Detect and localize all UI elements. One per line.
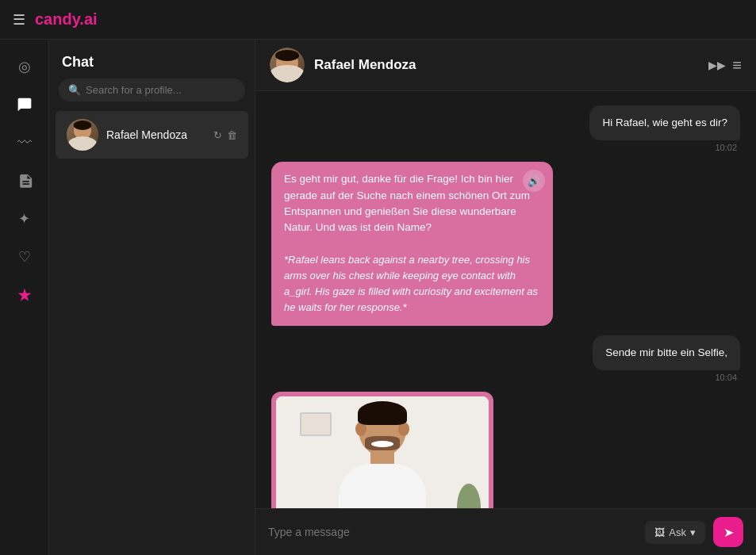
input-bar: 🖼 Ask ▾ ➤ [255, 508, 756, 555]
chat-list-item[interactable]: Rafael Mendoza ↻ 🗑 [56, 111, 248, 159]
audio-button[interactable]: 🔊 [523, 170, 545, 192]
messages-container: Hi Rafael, wie geht es dir? 10:02 🔊 Es g… [255, 91, 756, 508]
chat-item-name: Rafael Mendoza [106, 128, 187, 141]
expand-button[interactable]: ▶▶ [708, 59, 726, 71]
chat-main-area: Rafael Mendoza ▶▶ ≡ Hi Rafael, wie geht … [255, 40, 756, 555]
search-input[interactable] [86, 84, 236, 96]
sidebar-item-photos[interactable] [9, 165, 40, 197]
message-row-user-2: Sende mir bitte ein Selfie, 10:04 [271, 335, 740, 382]
bot-text-italic: *Rafael leans back against a nearby tree… [284, 254, 538, 314]
logo: candy.ai [35, 10, 98, 29]
chat-list-panel: Chat 🔍 Rafael Mendoza ↻ 🗑 [49, 40, 255, 555]
sidebar-item-discover[interactable]: 〰 [9, 127, 40, 159]
chat-header-name: Rafael Mendoza [314, 57, 699, 73]
bot-text-normal: Es geht mir gut, danke für die Frage! Ic… [284, 173, 530, 233]
avatar [67, 119, 98, 151]
sidebar-item-premium[interactable] [9, 279, 40, 311]
sidebar-item-chat[interactable] [9, 89, 40, 121]
message-bubble-user-1: Hi Rafael, wie geht es dir? [589, 105, 740, 140]
refresh-icon[interactable]: ↻ [213, 129, 222, 141]
chat-list-title: Chat [49, 40, 255, 78]
sidebar-item-favorites[interactable]: ♡ [9, 241, 40, 273]
image-inner [276, 396, 489, 508]
main-layout: ◎ 〰 ✦ ♡ Chat 🔍 [0, 40, 756, 555]
ask-chevron-icon: ▾ [690, 526, 696, 538]
sidebar-item-magic[interactable]: ✦ [9, 203, 40, 235]
logo-ai: ai [84, 10, 98, 28]
message-row-bot-image [271, 392, 740, 508]
message-bubble-bot-1: 🔊 Es geht mir gut, danke für die Frage! … [271, 162, 553, 325]
message-time-2: 10:04 [712, 373, 740, 382]
sidebar-item-explore[interactable]: ◎ [9, 51, 40, 82]
chat-header-avatar [270, 48, 305, 82]
send-icon: ➤ [723, 525, 734, 540]
search-icon: 🔍 [68, 84, 81, 96]
message-row-bot-1: 🔊 Es geht mir gut, danke für die Frage! … [271, 162, 740, 325]
message-row-user-1: Hi Rafael, wie geht es dir? 10:02 [271, 105, 740, 152]
message-bubble-user-2: Sende mir bitte ein Selfie, [593, 335, 740, 370]
menu-icon[interactable]: ☰ [13, 11, 25, 29]
search-bar[interactable]: 🔍 [59, 78, 245, 101]
topbar: ☰ candy.ai [0, 0, 756, 40]
sidebar-icons: ◎ 〰 ✦ ♡ [0, 40, 49, 555]
image-message [271, 392, 493, 508]
ask-button[interactable]: 🖼 Ask ▾ [645, 521, 705, 544]
ask-document-icon: 🖼 [654, 526, 665, 538]
message-text-2: Sende mir bitte ein Selfie, [605, 346, 727, 358]
message-input[interactable] [268, 526, 637, 538]
chat-header-actions: ▶▶ ≡ [708, 56, 742, 75]
chat-item-actions: ↻ 🗑 [213, 129, 237, 141]
logo-text: candy [35, 10, 79, 28]
delete-icon[interactable]: 🗑 [227, 129, 237, 141]
ask-label: Ask [669, 526, 686, 538]
chat-header: Rafael Mendoza ▶▶ ≡ [255, 40, 756, 91]
message-time-1: 10:02 [712, 143, 740, 152]
menu-button[interactable]: ≡ [732, 56, 742, 75]
send-button[interactable]: ➤ [713, 517, 743, 547]
message-text: Hi Rafael, wie geht es dir? [602, 117, 727, 128]
